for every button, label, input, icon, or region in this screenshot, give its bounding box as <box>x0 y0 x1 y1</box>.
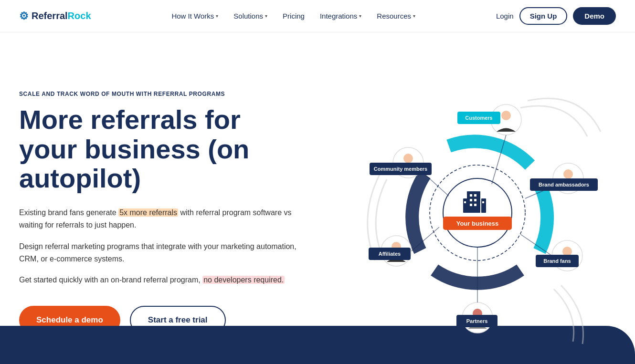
chevron-down-icon: ▾ <box>216 13 218 19</box>
logo-icon: ⚙ <box>19 10 29 22</box>
svg-point-20 <box>403 154 413 163</box>
svg-rect-11 <box>464 201 466 203</box>
hero-eyebrow: SCALE AND TRACK WORD OF MOUTH WITH REFER… <box>19 91 306 97</box>
svg-rect-10 <box>474 204 476 206</box>
svg-rect-2 <box>467 191 480 213</box>
chevron-down-icon: ▾ <box>265 13 267 19</box>
svg-text:Partners: Partners <box>466 318 488 324</box>
svg-text:Brand ambassadors: Brand ambassadors <box>539 182 589 187</box>
svg-rect-6 <box>474 194 476 197</box>
nav-how-it-works[interactable]: How It Works ▾ <box>171 12 218 20</box>
svg-rect-8 <box>474 199 476 201</box>
svg-rect-12 <box>482 201 484 203</box>
nav-solutions[interactable]: Solutions ▾ <box>233 12 267 20</box>
highlight-no-dev: no developers required. <box>202 276 285 284</box>
svg-rect-9 <box>470 204 472 206</box>
svg-text:Your business: Your business <box>456 220 499 227</box>
svg-rect-3 <box>463 198 468 213</box>
svg-text:Customers: Customers <box>465 115 492 121</box>
hero-diagram: Your business Customers Community member… <box>339 70 616 356</box>
svg-rect-7 <box>470 199 472 201</box>
svg-text:Community members: Community members <box>374 166 427 172</box>
hero-title: More referrals for your business (on aut… <box>19 105 306 193</box>
chevron-down-icon: ▾ <box>359 13 361 19</box>
login-button[interactable]: Login <box>496 12 514 20</box>
highlight-5x: 5x more referrals <box>118 208 178 217</box>
nav-resources[interactable]: Resources ▾ <box>377 12 415 20</box>
navbar: ⚙ ReferralRock How It Works ▾ Solutions … <box>0 0 635 32</box>
logo-text: ReferralRock <box>32 10 91 21</box>
hero-body-2: Design referral marketing programs that … <box>19 240 306 266</box>
nav-integrations[interactable]: Integrations ▾ <box>320 12 361 20</box>
svg-point-16 <box>501 111 511 120</box>
nav-actions: Login Sign Up Demo <box>496 7 616 25</box>
svg-text:Brand fans: Brand fans <box>543 258 571 264</box>
hero-body-1: Existing brand fans generate 5x more ref… <box>19 207 306 232</box>
nav-pricing[interactable]: Pricing <box>283 12 305 20</box>
nav-links: How It Works ▾ Solutions ▾ Pricing Integ… <box>171 12 415 20</box>
hero-content: SCALE AND TRACK WORD OF MOUTH WITH REFER… <box>19 91 306 334</box>
hero-section: SCALE AND TRACK WORD OF MOUTH WITH REFER… <box>0 32 635 364</box>
signup-button[interactable]: Sign Up <box>519 7 568 25</box>
hero-body-3: Get started quickly with an on-brand ref… <box>19 274 306 286</box>
demo-button[interactable]: Demo <box>573 7 616 25</box>
svg-point-24 <box>563 169 573 179</box>
svg-text:Affiliates: Affiliates <box>379 251 401 257</box>
svg-rect-5 <box>470 194 472 197</box>
logo[interactable]: ⚙ ReferralRock <box>19 10 91 22</box>
svg-rect-4 <box>481 198 486 213</box>
chevron-down-icon: ▾ <box>413 13 415 19</box>
diagram-svg: Your business Customers Community member… <box>339 70 616 356</box>
